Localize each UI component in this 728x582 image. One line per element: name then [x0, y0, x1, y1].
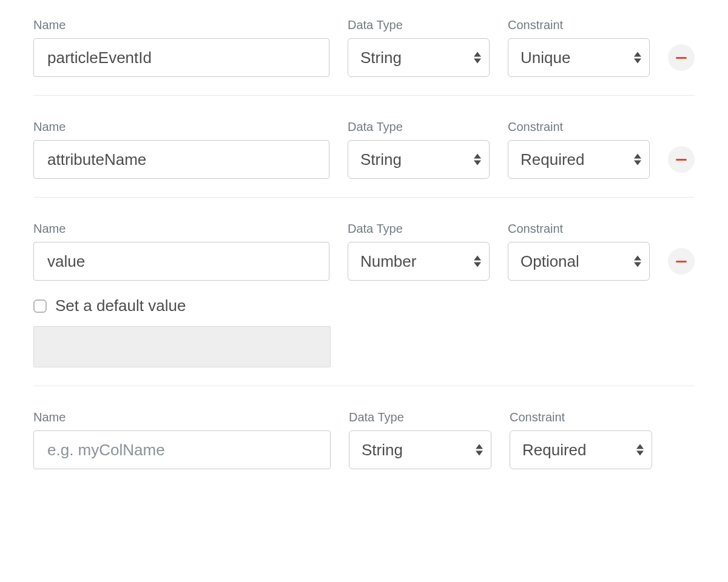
data-type-label: Data Type — [348, 222, 490, 236]
data-type-select[interactable]: String — [348, 38, 490, 77]
data-type-label: Data Type — [349, 410, 491, 424]
name-input[interactable] — [33, 430, 331, 469]
column-row: Name Data Type String Constraint — [33, 386, 695, 487]
data-type-value: String — [360, 48, 402, 67]
data-type-select[interactable]: String — [348, 140, 490, 179]
name-label: Name — [33, 120, 329, 134]
minus-icon — [676, 261, 687, 263]
constraint-label: Constraint — [510, 410, 652, 424]
set-default-label: Set a default value — [55, 296, 186, 315]
constraint-select[interactable]: Required — [508, 140, 650, 179]
data-type-label: Data Type — [348, 18, 490, 32]
constraint-label: Constraint — [508, 222, 650, 236]
data-type-select[interactable]: String — [349, 430, 491, 469]
name-input[interactable] — [33, 242, 329, 281]
data-type-label: Data Type — [348, 120, 490, 134]
data-type-select[interactable]: Number — [348, 242, 490, 281]
name-label: Name — [33, 222, 329, 236]
constraint-select[interactable]: Unique — [508, 38, 650, 77]
name-input[interactable] — [33, 140, 329, 179]
minus-icon — [676, 57, 687, 59]
column-row: Name Data Type String Constraint — [33, 95, 695, 197]
constraint-value: Unique — [521, 48, 570, 67]
constraint-value: Optional — [521, 252, 579, 271]
constraint-label: Constraint — [508, 120, 650, 134]
column-row: Name Data Type String Constraint — [33, 18, 695, 95]
remove-row-button[interactable] — [668, 248, 695, 275]
constraint-value: Required — [521, 150, 585, 169]
name-label: Name — [33, 410, 331, 424]
constraint-value: Required — [522, 441, 587, 460]
minus-icon — [676, 159, 687, 161]
remove-row-button[interactable] — [668, 146, 695, 173]
remove-row-button[interactable] — [668, 44, 695, 71]
column-row: Name Data Type Number Constraint — [33, 197, 695, 386]
constraint-select[interactable]: Optional — [508, 242, 650, 281]
data-type-value: Number — [360, 252, 416, 271]
constraint-select[interactable]: Required — [510, 430, 652, 469]
name-input[interactable] — [33, 38, 329, 77]
data-type-value: String — [360, 150, 402, 169]
set-default-checkbox[interactable] — [33, 299, 47, 313]
default-value-input-disabled — [33, 326, 331, 367]
name-label: Name — [33, 18, 329, 32]
constraint-label: Constraint — [508, 18, 650, 32]
data-type-value: String — [362, 441, 403, 460]
